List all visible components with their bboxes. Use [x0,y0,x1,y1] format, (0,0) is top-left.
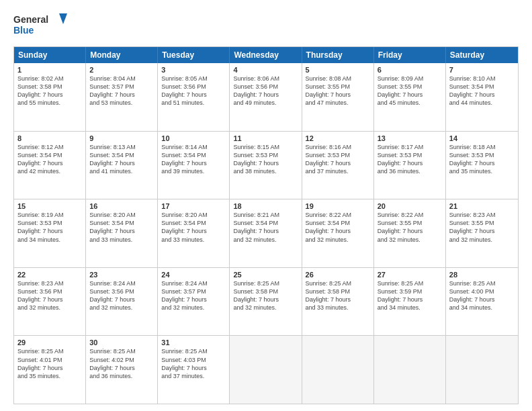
calendar-body: 1Sunrise: 8:02 AMSunset: 3:58 PMDaylight… [14,63,518,404]
calendar-cell-day-10: 10Sunrise: 8:14 AMSunset: 3:54 PMDayligh… [158,132,230,199]
logo-svg: General Blue [13,12,67,42]
calendar-cell-day-31: 31Sunrise: 8:25 AMSunset: 4:03 PMDayligh… [158,336,230,404]
calendar-cell-day-21: 21Sunrise: 8:23 AMSunset: 3:55 PMDayligh… [446,199,518,267]
calendar-cell-day-28: 28Sunrise: 8:25 AMSunset: 4:00 PMDayligh… [446,268,518,336]
day-info: Sunrise: 8:17 AMSunset: 3:53 PMDaylight:… [378,143,442,176]
calendar-cell-day-14: 14Sunrise: 8:18 AMSunset: 3:53 PMDayligh… [446,132,518,199]
day-info: Sunrise: 8:10 AMSunset: 3:54 PMDaylight:… [449,75,515,107]
day-number: 12 [306,134,370,142]
calendar-cell-day-5: 5Sunrise: 8:08 AMSunset: 3:55 PMDaylight… [302,63,374,131]
day-info: Sunrise: 8:25 AMSunset: 4:02 PMDaylight:… [89,347,154,380]
day-info: Sunrise: 8:15 AMSunset: 3:53 PMDaylight:… [233,143,298,176]
day-number: 20 [378,202,442,210]
day-info: Sunrise: 8:25 AMSunset: 3:58 PMDaylight:… [306,279,370,312]
calendar: SundayMondayTuesdayWednesdayThursdayFrid… [13,46,519,404]
header-day-monday: Monday [86,47,158,63]
day-info: Sunrise: 8:25 AMSunset: 4:00 PMDaylight:… [449,279,515,312]
day-info: Sunrise: 8:23 AMSunset: 3:55 PMDaylight:… [449,211,515,244]
calendar-cell-day-18: 18Sunrise: 8:21 AMSunset: 3:54 PMDayligh… [230,199,302,267]
day-info: Sunrise: 8:25 AMSunset: 4:03 PMDaylight:… [161,347,226,380]
calendar-row-5: 29Sunrise: 8:25 AMSunset: 4:01 PMDayligh… [14,335,518,404]
day-number: 25 [233,271,298,279]
calendar-cell-day-7: 7Sunrise: 8:10 AMSunset: 3:54 PMDaylight… [446,63,518,131]
calendar-cell-empty [446,336,518,404]
calendar-cell-day-15: 15Sunrise: 8:19 AMSunset: 3:53 PMDayligh… [14,199,86,267]
day-info: Sunrise: 8:25 AMSunset: 4:01 PMDaylight:… [17,347,82,380]
day-number: 14 [449,134,515,142]
calendar-cell-day-30: 30Sunrise: 8:25 AMSunset: 4:02 PMDayligh… [86,336,158,404]
day-info: Sunrise: 8:24 AMSunset: 3:56 PMDaylight:… [89,279,154,312]
day-number: 7 [449,66,515,74]
day-number: 22 [17,271,82,279]
calendar-cell-day-6: 6Sunrise: 8:09 AMSunset: 3:55 PMDaylight… [374,63,446,131]
day-number: 26 [306,271,370,279]
day-number: 24 [161,271,226,279]
svg-text:Blue: Blue [13,25,34,36]
day-info: Sunrise: 8:24 AMSunset: 3:57 PMDaylight:… [161,279,226,312]
calendar-cell-empty [230,336,302,404]
calendar-cell-day-19: 19Sunrise: 8:22 AMSunset: 3:54 PMDayligh… [302,199,374,267]
header-day-sunday: Sunday [14,47,86,63]
day-info: Sunrise: 8:04 AMSunset: 3:57 PMDaylight:… [89,75,154,107]
day-number: 27 [378,271,442,279]
day-number: 4 [233,66,298,74]
day-info: Sunrise: 8:14 AMSunset: 3:54 PMDaylight:… [161,143,226,176]
day-number: 17 [161,202,226,210]
day-number: 10 [161,134,226,142]
header: General Blue [13,12,519,42]
calendar-cell-day-8: 8Sunrise: 8:12 AMSunset: 3:54 PMDaylight… [14,132,86,199]
calendar-row-2: 8Sunrise: 8:12 AMSunset: 3:54 PMDaylight… [14,131,518,199]
day-number: 29 [17,338,82,347]
svg-text:General: General [13,14,48,25]
calendar-cell-day-3: 3Sunrise: 8:05 AMSunset: 3:56 PMDaylight… [158,63,230,131]
calendar-row-1: 1Sunrise: 8:02 AMSunset: 3:58 PMDaylight… [14,63,518,131]
calendar-cell-day-16: 16Sunrise: 8:20 AMSunset: 3:54 PMDayligh… [86,199,158,267]
day-info: Sunrise: 8:06 AMSunset: 3:56 PMDaylight:… [233,75,298,107]
day-number: 23 [89,271,154,279]
header-day-thursday: Thursday [302,47,374,63]
day-number: 9 [89,134,154,142]
svg-marker-2 [59,13,67,24]
day-info: Sunrise: 8:12 AMSunset: 3:54 PMDaylight:… [17,143,82,176]
day-info: Sunrise: 8:19 AMSunset: 3:53 PMDaylight:… [17,211,82,244]
day-number: 31 [161,338,226,347]
day-info: Sunrise: 8:25 AMSunset: 3:58 PMDaylight:… [233,279,298,312]
calendar-row-3: 15Sunrise: 8:19 AMSunset: 3:53 PMDayligh… [14,199,518,267]
calendar-cell-day-1: 1Sunrise: 8:02 AMSunset: 3:58 PMDaylight… [14,63,86,131]
day-number: 19 [306,202,370,210]
day-number: 6 [378,66,442,74]
day-number: 3 [161,66,226,74]
day-number: 2 [89,66,154,74]
header-day-saturday: Saturday [446,47,518,63]
day-number: 1 [17,66,82,74]
day-info: Sunrise: 8:22 AMSunset: 3:54 PMDaylight:… [306,211,370,244]
day-info: Sunrise: 8:21 AMSunset: 3:54 PMDaylight:… [233,211,298,244]
day-info: Sunrise: 8:18 AMSunset: 3:53 PMDaylight:… [449,143,515,176]
day-number: 5 [306,66,370,74]
day-info: Sunrise: 8:22 AMSunset: 3:55 PMDaylight:… [378,211,442,244]
day-number: 30 [89,338,154,347]
day-number: 11 [233,134,298,142]
day-info: Sunrise: 8:25 AMSunset: 3:59 PMDaylight:… [378,279,442,312]
day-info: Sunrise: 8:13 AMSunset: 3:54 PMDaylight:… [89,143,154,176]
calendar-cell-day-17: 17Sunrise: 8:20 AMSunset: 3:54 PMDayligh… [158,199,230,267]
calendar-cell-day-12: 12Sunrise: 8:16 AMSunset: 3:53 PMDayligh… [302,132,374,199]
day-number: 8 [17,134,82,142]
header-day-tuesday: Tuesday [158,47,230,63]
calendar-cell-day-11: 11Sunrise: 8:15 AMSunset: 3:53 PMDayligh… [230,132,302,199]
day-info: Sunrise: 8:16 AMSunset: 3:53 PMDaylight:… [306,143,370,176]
calendar-cell-day-23: 23Sunrise: 8:24 AMSunset: 3:56 PMDayligh… [86,268,158,336]
calendar-cell-day-20: 20Sunrise: 8:22 AMSunset: 3:55 PMDayligh… [374,199,446,267]
day-info: Sunrise: 8:20 AMSunset: 3:54 PMDaylight:… [161,211,226,244]
day-number: 15 [17,202,82,210]
calendar-cell-day-22: 22Sunrise: 8:23 AMSunset: 3:56 PMDayligh… [14,268,86,336]
header-day-wednesday: Wednesday [230,47,302,63]
day-info: Sunrise: 8:08 AMSunset: 3:55 PMDaylight:… [306,75,370,107]
calendar-cell-day-24: 24Sunrise: 8:24 AMSunset: 3:57 PMDayligh… [158,268,230,336]
day-number: 13 [378,134,442,142]
day-info: Sunrise: 8:23 AMSunset: 3:56 PMDaylight:… [17,279,82,312]
calendar-cell-day-13: 13Sunrise: 8:17 AMSunset: 3:53 PMDayligh… [374,132,446,199]
calendar-cell-day-27: 27Sunrise: 8:25 AMSunset: 3:59 PMDayligh… [374,268,446,336]
calendar-row-4: 22Sunrise: 8:23 AMSunset: 3:56 PMDayligh… [14,267,518,336]
calendar-cell-day-25: 25Sunrise: 8:25 AMSunset: 3:58 PMDayligh… [230,268,302,336]
